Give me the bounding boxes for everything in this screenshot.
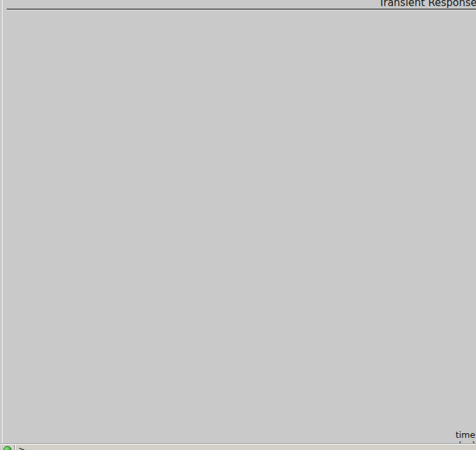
status-indicator-icon xyxy=(3,446,11,450)
page-title: Transient Response xyxy=(379,0,476,9)
console-prompt[interactable]: > xyxy=(18,445,25,450)
status-bar: > xyxy=(0,443,476,450)
waveform-window: Transient Response time (us) > xyxy=(0,0,476,450)
title-divider xyxy=(7,9,476,10)
window-border-groove xyxy=(2,0,3,443)
status-bar-separator xyxy=(14,445,16,450)
